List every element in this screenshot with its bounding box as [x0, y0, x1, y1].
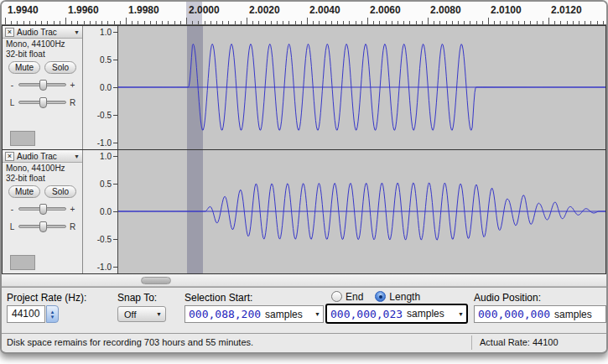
track-close-button[interactable]: ×	[5, 28, 14, 37]
scale-label: 0.5	[100, 179, 112, 189]
snap-to-dropdown[interactable]: Off ▼	[117, 306, 166, 322]
track-format-label: Mono, 44100Hz	[3, 163, 82, 173]
gain-slider[interactable]	[18, 83, 66, 86]
track-header[interactable]: × Audio Trac ▼	[3, 150, 82, 163]
timeline-label: 1.9960	[68, 4, 99, 16]
status-divider	[471, 335, 472, 350]
track-header[interactable]: × Audio Trac ▼	[3, 26, 82, 39]
pan-right-label: R	[70, 98, 75, 107]
timeline-label: 2.0120	[551, 4, 582, 16]
timeline-label: 2.0020	[249, 4, 280, 16]
waveform	[118, 150, 605, 273]
project-rate-stepper[interactable]: ▲ ▼	[46, 305, 59, 323]
scale-label: 1.0	[100, 152, 112, 161]
pan-slider[interactable]	[18, 101, 66, 104]
track-close-button[interactable]: ×	[5, 152, 14, 161]
timeline-label: 1.9940	[8, 4, 39, 16]
horizontal-scrollbar[interactable]	[2, 274, 606, 287]
pan-slider-thumb[interactable]	[39, 97, 47, 108]
scale-label: -0.5	[97, 111, 112, 120]
scale-label: 0.0	[100, 207, 112, 216]
selection-length-unit: samples	[403, 308, 444, 320]
scale-label: -0.5	[97, 235, 112, 244]
length-radio-label: Length	[389, 291, 420, 303]
panel-resize-grip[interactable]	[10, 131, 35, 146]
project-rate-label: Project Rate (Hz):	[7, 292, 86, 304]
track-menu-arrow-icon[interactable]: ▼	[74, 29, 80, 35]
gain-max-label: +	[70, 205, 75, 214]
track-bitdepth-label: 32-bit float	[3, 49, 82, 59]
track-control-panel: × Audio Trac ▼ Mono, 44100Hz 32-bit floa…	[3, 150, 83, 273]
selection-start-label: Selection Start:	[184, 292, 252, 304]
audio-position-field[interactable]: 000,000,000 samples	[474, 305, 606, 323]
audio-track-1: × Audio Trac ▼ Mono, 44100Hz 32-bit floa…	[2, 25, 606, 150]
pan-left-label: L	[9, 222, 15, 231]
scrollbar-thumb[interactable]	[141, 277, 171, 284]
selection-start-field[interactable]: 000,088,200 samples ▼	[184, 305, 324, 323]
track-title[interactable]: Audio Trac	[17, 28, 71, 37]
end-radio-icon[interactable]	[331, 291, 342, 302]
length-radio-option[interactable]: Length	[375, 291, 420, 303]
audacity-window: 1.99401.99601.99802.00002.00202.00402.00…	[0, 0, 608, 354]
waveform-area[interactable]	[118, 150, 605, 273]
end-radio-label: End	[346, 291, 363, 303]
timeline-label: 2.0040	[309, 4, 340, 16]
vertical-scale-ruler[interactable]: 1.0 0.5 0.0 -0.5 -1.0	[83, 26, 118, 149]
gain-slider-thumb[interactable]	[39, 80, 47, 91]
scale-label: 0.0	[100, 83, 112, 92]
track-bitdepth-label: 32-bit float	[3, 173, 82, 183]
dropdown-arrow-icon[interactable]: ▼	[312, 311, 323, 317]
disk-space-status: Disk space remains for recording 703 hou…	[7, 337, 253, 347]
scale-label: -1.0	[97, 263, 112, 272]
waveform-area[interactable]	[118, 26, 605, 149]
timeline-label: 2.0080	[430, 4, 461, 16]
snap-to-label: Snap To:	[117, 292, 157, 304]
pan-slider-thumb[interactable]	[39, 221, 47, 232]
gain-slider[interactable]	[18, 207, 66, 211]
timeline-label: 1.9980	[128, 4, 159, 16]
timeline-label: 2.0100	[491, 4, 522, 16]
audio-position-label: Audio Position:	[474, 292, 541, 304]
timeline-ruler[interactable]: 1.99401.99601.99802.00002.00202.00402.00…	[2, 2, 606, 25]
scale-label: -1.0	[97, 138, 112, 148]
gain-min-label: -	[9, 81, 15, 90]
audio-position-unit: samples	[550, 309, 592, 320]
pan-left-label: L	[9, 98, 15, 107]
selection-length-value[interactable]: 000,000,023	[327, 308, 403, 320]
gain-slider-thumb[interactable]	[39, 204, 47, 215]
timeline-label: 2.0000	[189, 4, 220, 16]
dropdown-arrow-icon: ▼	[156, 311, 162, 317]
gain-min-label: -	[9, 205, 15, 214]
pan-slider[interactable]	[18, 225, 66, 228]
solo-button[interactable]: Solo	[44, 185, 76, 198]
end-radio-option[interactable]: End	[331, 291, 363, 303]
audio-position-value: 000,000,000	[475, 308, 550, 320]
scale-label: 1.0	[100, 28, 112, 37]
track-format-label: Mono, 44100Hz	[3, 39, 82, 49]
project-rate-input[interactable]: 44100	[7, 305, 45, 323]
status-bar: Disk space remains for recording 703 hou…	[2, 333, 606, 351]
snap-to-value: Off	[124, 309, 136, 320]
mute-button[interactable]: Mute	[8, 61, 40, 74]
gain-max-label: +	[70, 81, 75, 90]
stepper-down-icon[interactable]: ▼	[50, 315, 55, 320]
track-menu-arrow-icon[interactable]: ▼	[74, 153, 80, 159]
waveform	[118, 26, 605, 149]
audio-track-2: × Audio Trac ▼ Mono, 44100Hz 32-bit floa…	[2, 149, 606, 274]
panel-resize-grip[interactable]	[10, 255, 35, 270]
track-title[interactable]: Audio Trac	[17, 152, 71, 161]
timeline-label: 2.0060	[370, 4, 401, 16]
mute-button[interactable]: Mute	[8, 185, 40, 198]
pan-right-label: R	[70, 222, 75, 231]
solo-button[interactable]: Solo	[44, 61, 76, 74]
selection-start-value[interactable]: 000,088,200	[185, 308, 261, 320]
selection-toolbar: Project Rate (Hz): 44100 ▲ ▼ Snap To: Of…	[2, 287, 606, 333]
actual-rate-status: Actual Rate: 44100	[480, 337, 559, 347]
length-radio-icon[interactable]	[375, 291, 386, 302]
selection-length-field[interactable]: 000,000,023 samples ▼	[325, 304, 468, 324]
scale-label: 0.5	[100, 55, 112, 65]
dropdown-arrow-icon[interactable]: ▼	[455, 311, 466, 317]
vertical-scale-ruler[interactable]: 1.0 0.5 0.0 -0.5 -1.0	[83, 150, 118, 273]
selection-start-unit: samples	[261, 309, 303, 320]
track-control-panel: × Audio Trac ▼ Mono, 44100Hz 32-bit floa…	[3, 26, 83, 149]
